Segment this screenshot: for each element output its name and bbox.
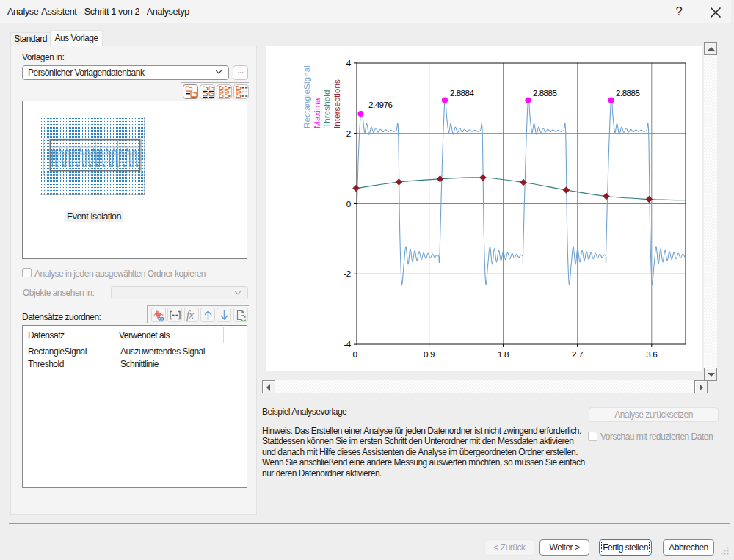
svg-text:2.8885: 2.8885 bbox=[616, 88, 640, 98]
svg-text:3.6: 3.6 bbox=[646, 349, 657, 359]
svg-text:Intersections: Intersections bbox=[332, 79, 342, 128]
svg-text:Threshold: Threshold bbox=[321, 90, 332, 128]
svg-text:2.7: 2.7 bbox=[572, 349, 583, 359]
svg-text:1.8: 1.8 bbox=[498, 349, 509, 359]
svg-text:Maxima: Maxima bbox=[312, 98, 322, 128]
svg-text:4: 4 bbox=[346, 58, 352, 68]
svg-text:2.4976: 2.4976 bbox=[368, 100, 393, 109]
svg-text:-2: -2 bbox=[344, 269, 351, 278]
svg-text:2.8884: 2.8884 bbox=[450, 88, 475, 98]
svg-text:0: 0 bbox=[352, 349, 357, 359]
svg-text:0: 0 bbox=[346, 199, 351, 208]
svg-text:2.8885: 2.8885 bbox=[533, 88, 557, 98]
svg-text:-4: -4 bbox=[344, 339, 352, 349]
svg-text:RectangleSignal: RectangleSignal bbox=[302, 65, 312, 128]
svg-text:2: 2 bbox=[346, 128, 351, 138]
svg-text:fx: fx bbox=[186, 309, 195, 321]
svg-text:0.9: 0.9 bbox=[424, 349, 435, 359]
